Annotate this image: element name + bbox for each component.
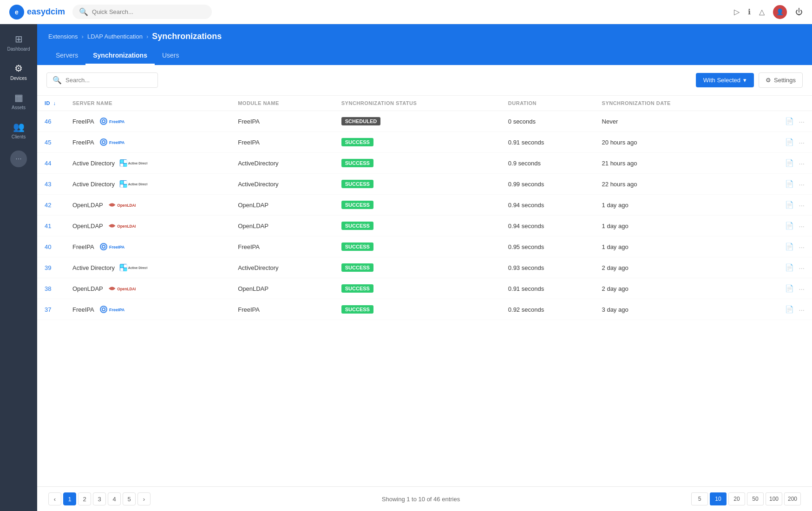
cell-id: 43	[37, 174, 65, 195]
col-header-module-name[interactable]: MODULE NAME	[230, 96, 334, 111]
more-icon[interactable]: ···	[799, 306, 805, 314]
server-logo: FreeIPA	[99, 305, 127, 314]
breadcrumb-ldap[interactable]: LDAP Authentication	[87, 33, 143, 40]
table-search[interactable]: 🔍	[46, 72, 158, 88]
global-search-input[interactable]	[92, 8, 205, 15]
sidebar-item-dashboard[interactable]: ⊞ Dashboard	[0, 29, 37, 56]
more-icon[interactable]: ···	[799, 264, 805, 272]
view-icon[interactable]: 📄	[785, 222, 794, 230]
per-page-10[interactable]: 10	[710, 492, 727, 505]
cell-actions: 📄 ···	[749, 299, 812, 320]
cell-module-name: OpenLDAP	[230, 278, 334, 299]
sidebar-item-assets[interactable]: ▦ Assets	[0, 87, 37, 115]
alert-icon[interactable]: △	[759, 7, 765, 16]
more-icon[interactable]: ···	[799, 243, 805, 251]
cell-sync-status: SUCCESS	[334, 257, 501, 278]
cell-module-name: OpenLDAP	[230, 216, 334, 236]
page-btn-1[interactable]: 1	[63, 492, 76, 505]
row-actions: 📄 ···	[756, 117, 805, 125]
server-name-text: FreeIPA	[72, 118, 94, 125]
synchronizations-table: ID ↓ SERVER NAME MODULE NAME SYNCHRONIZA…	[37, 96, 812, 320]
cell-sync-date: 2 day ago	[595, 278, 749, 299]
search-icon: 🔍	[52, 76, 62, 85]
more-icon[interactable]: ···	[799, 138, 805, 146]
cell-id: 45	[37, 132, 65, 153]
breadcrumb-sep-2: ›	[146, 33, 148, 40]
play-icon[interactable]: ▷	[734, 7, 740, 16]
col-header-sync-status[interactable]: SYNCHRONIZATION STATUS	[334, 96, 501, 111]
sidebar-item-devices[interactable]: ⚙ Devices	[0, 58, 37, 85]
table-row: 42 OpenLDAP OpenLDAP OpenLDAP SUCCESS 0.…	[37, 195, 812, 216]
devices-icon: ⚙	[14, 63, 23, 74]
per-page-20[interactable]: 20	[728, 492, 745, 505]
cell-module-name: FreeIPA	[230, 236, 334, 257]
breadcrumb-sync: Synchronizations	[152, 32, 222, 41]
view-icon[interactable]: 📄	[785, 284, 794, 293]
server-logo: FreeIPA	[99, 117, 127, 126]
power-icon[interactable]: ⏻	[795, 8, 803, 16]
more-icon[interactable]: ···	[799, 159, 805, 167]
logo: e easydcim	[9, 5, 65, 20]
status-badge: SUCCESS	[341, 180, 373, 188]
page-btn-2[interactable]: 2	[78, 492, 91, 505]
view-icon[interactable]: 📄	[785, 263, 794, 272]
more-icon[interactable]: ···	[799, 285, 805, 293]
view-icon[interactable]: 📄	[785, 138, 794, 146]
settings-button[interactable]: ⚙ Settings	[759, 72, 803, 88]
cell-duration: 0.91 seconds	[501, 132, 595, 153]
cell-module-name: OpenLDAP	[230, 195, 334, 216]
with-selected-button[interactable]: With Selected ▾	[696, 73, 754, 87]
next-page-button[interactable]: ›	[138, 492, 151, 505]
svg-text:FreeIPA: FreeIPA	[109, 140, 125, 145]
cell-module-name: FreeIPA	[230, 299, 334, 320]
avatar[interactable]: 👤	[773, 5, 787, 19]
sidebar-label-dashboard: Dashboard	[7, 46, 30, 52]
row-actions: 📄 ···	[756, 159, 805, 167]
cell-module-name: ActiveDirectory	[230, 153, 334, 174]
cell-server-name: FreeIPA FreeIPA	[65, 132, 230, 153]
cell-sync-date: 22 hours ago	[595, 174, 749, 195]
page-btn-4[interactable]: 4	[108, 492, 121, 505]
view-icon[interactable]: 📄	[785, 159, 794, 167]
cell-sync-status: SUCCESS	[334, 216, 501, 236]
per-page-100[interactable]: 100	[766, 492, 782, 505]
svg-text:FreeIPA: FreeIPA	[109, 308, 125, 312]
breadcrumb-extensions[interactable]: Extensions	[48, 33, 78, 40]
view-icon[interactable]: 📄	[785, 305, 794, 314]
tab-users[interactable]: Users	[155, 47, 187, 65]
col-header-server-name[interactable]: SERVER NAME	[65, 96, 230, 111]
per-page-200[interactable]: 200	[784, 492, 801, 505]
more-icon[interactable]: ···	[799, 222, 805, 230]
sidebar-more-button[interactable]: ···	[10, 151, 27, 167]
page-btn-5[interactable]: 5	[123, 492, 136, 505]
more-icon[interactable]: ···	[799, 180, 805, 188]
per-page-selector: 5 10 20 50 100 200	[691, 492, 801, 505]
per-page-50[interactable]: 50	[747, 492, 764, 505]
cell-sync-date: 1 day ago	[595, 216, 749, 236]
per-page-5[interactable]: 5	[691, 492, 708, 505]
view-icon[interactable]: 📄	[785, 242, 794, 251]
tab-synchronizations[interactable]: Synchronizations	[85, 47, 155, 65]
svg-rect-10	[124, 160, 127, 163]
page-btn-3[interactable]: 3	[93, 492, 106, 505]
table-search-input[interactable]	[65, 77, 152, 84]
cell-id: 41	[37, 216, 65, 236]
prev-page-button[interactable]: ‹	[48, 492, 61, 505]
cell-actions: 📄 ···	[749, 278, 812, 299]
global-search[interactable]: 🔍	[72, 5, 212, 19]
sidebar-item-clients[interactable]: 👥 Clients	[0, 117, 37, 144]
more-icon[interactable]: ···	[799, 201, 805, 209]
tab-servers[interactable]: Servers	[48, 47, 85, 65]
view-icon[interactable]: 📄	[785, 201, 794, 209]
col-header-id[interactable]: ID ↓	[37, 96, 65, 111]
table-toolbar: 🔍 With Selected ▾ ⚙ Settings	[37, 65, 812, 96]
col-header-duration[interactable]: DURATION	[501, 96, 595, 111]
with-selected-label: With Selected	[703, 77, 740, 84]
info-icon[interactable]: ℹ	[748, 7, 751, 16]
col-header-sync-date[interactable]: SYNCHRONIZATION DATE	[595, 96, 749, 111]
view-icon[interactable]: 📄	[785, 117, 794, 125]
more-icon[interactable]: ···	[799, 118, 805, 125]
toolbar-right: With Selected ▾ ⚙ Settings	[696, 72, 803, 88]
view-icon[interactable]: 📄	[785, 180, 794, 188]
cell-server-name: OpenLDAP OpenLDAP	[65, 216, 230, 236]
